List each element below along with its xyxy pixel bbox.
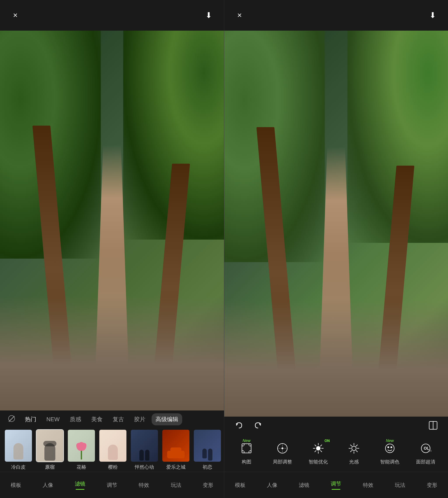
right-nav-deform[interactable]: 变形 [422, 479, 442, 491]
right-nav-template[interactable]: 模板 [231, 479, 250, 491]
svg-line-34 [351, 450, 352, 452]
filter-tab-advanced[interactable]: 高级编辑 [152, 413, 182, 425]
filter-cherry-powder[interactable]: 樱粉 [99, 429, 127, 470]
left-panel: × ⬇ 热门 NE [0, 0, 224, 498]
svg-rect-4 [242, 444, 251, 453]
face-smooth-icon: OL OFF [418, 441, 433, 456]
filter-active-indicator [76, 489, 84, 490]
left-download-button[interactable]: ⬇ [202, 9, 215, 22]
filter-tabs: 热门 NEW 质感 美食 复古 胶片 高级编辑 [0, 410, 224, 428]
svg-line-32 [356, 450, 357, 452]
ground-stones [0, 296, 224, 410]
right-photo-area [224, 31, 448, 417]
undo-button[interactable] [233, 419, 245, 432]
adjust-light-sense[interactable]: 光感 [340, 441, 368, 465]
svg-line-33 [356, 445, 357, 446]
left-photo-bg [0, 31, 224, 410]
adjust-active-indicator [332, 489, 340, 490]
left-nav-effect[interactable]: 特效 [134, 479, 154, 491]
left-nav-deform[interactable]: 变形 [198, 479, 218, 491]
svg-point-35 [385, 444, 394, 453]
filter-flower-chair[interactable]: 花椿 [67, 429, 95, 470]
filter-thumbnails-row: 冷白皮 原宿 [0, 428, 224, 472]
adjust-compose[interactable]: New 构图 [232, 441, 261, 465]
right-bottom-nav: 模板 人像 滤镜 调节 特效 玩法 变形 [224, 472, 448, 498]
left-nav-filter[interactable]: 滤镜 [70, 478, 90, 492]
left-photo-area [0, 31, 224, 410]
adjust-face-smooth[interactable]: OL OFF 面部超清 [412, 441, 440, 465]
adjust-local[interactable]: 局部调整 [268, 441, 297, 465]
filter-tab-quality[interactable]: 质感 [66, 413, 85, 425]
local-adjust-icon [275, 441, 290, 456]
filter-motion-heart[interactable]: 怦然心动 [130, 429, 158, 470]
filter-love-city[interactable]: 爱乐之城 [162, 429, 190, 470]
right-download-button[interactable]: ⬇ [426, 9, 439, 22]
right-nav-play[interactable]: 玩法 [390, 479, 410, 491]
undo-redo-bar [224, 417, 448, 434]
filter-first-love[interactable]: 初恋 [193, 429, 221, 470]
redo-button[interactable] [252, 419, 264, 432]
adjust-tools-row: New 构图 [224, 434, 448, 472]
compose-icon: New [239, 441, 254, 456]
svg-line-31 [351, 445, 352, 446]
filter-tab-none[interactable] [4, 413, 19, 426]
filter-tab-hot[interactable]: 热门 [21, 413, 40, 425]
right-nav-adjust[interactable]: 调节 [326, 478, 346, 492]
right-nav-filter[interactable]: 滤镜 [294, 479, 314, 491]
svg-point-36 [387, 446, 389, 448]
filter-tab-food[interactable]: 美食 [87, 413, 107, 425]
smart-optimize-icon: ON [311, 441, 326, 456]
left-nav-adjust[interactable]: 调节 [102, 479, 122, 491]
svg-line-25 [315, 450, 316, 452]
smart-color-icon: New [382, 441, 398, 456]
left-nav-template[interactable]: 模板 [6, 479, 26, 491]
svg-text:OFF: OFF [428, 450, 432, 452]
compare-button[interactable] [427, 419, 439, 432]
svg-point-37 [390, 446, 392, 448]
filter-tab-new[interactable]: NEW [42, 414, 64, 425]
svg-line-23 [320, 450, 322, 452]
right-header: × ⬇ [224, 0, 448, 31]
filter-tab-film[interactable]: 胶片 [130, 413, 149, 425]
left-close-button[interactable]: × [9, 9, 22, 22]
right-toolbar: New 构图 [224, 417, 448, 498]
right-nav-effect[interactable]: 特效 [359, 479, 378, 491]
right-close-button[interactable]: × [233, 9, 246, 22]
filter-original[interactable]: 原宿 [36, 429, 64, 470]
filter-cold-skin[interactable]: 冷白皮 [4, 429, 32, 470]
right-nav-portrait[interactable]: 人像 [262, 479, 282, 491]
adjust-smart-color[interactable]: New 智能调色 [376, 441, 404, 465]
right-ground-stones [224, 301, 448, 417]
left-header: × ⬇ [0, 0, 224, 31]
right-photo-bg [224, 31, 448, 417]
light-sense-icon [346, 441, 362, 456]
svg-point-26 [352, 446, 356, 450]
svg-line-22 [315, 445, 316, 446]
adjust-smart-optimize[interactable]: ON 智能优化 [304, 441, 333, 465]
svg-point-17 [316, 446, 320, 450]
right-panel: × ⬇ [224, 0, 448, 498]
svg-line-24 [320, 445, 322, 446]
filter-tab-retro[interactable]: 复古 [109, 413, 128, 425]
left-nav-play[interactable]: 玩法 [166, 479, 186, 491]
left-nav-portrait[interactable]: 人像 [38, 479, 58, 491]
left-toolbar: 热门 NEW 质感 美食 复古 胶片 高级编辑 [0, 410, 224, 498]
left-bottom-nav: 模板 人像 滤镜 调节 特效 玩法 变形 [0, 472, 224, 498]
